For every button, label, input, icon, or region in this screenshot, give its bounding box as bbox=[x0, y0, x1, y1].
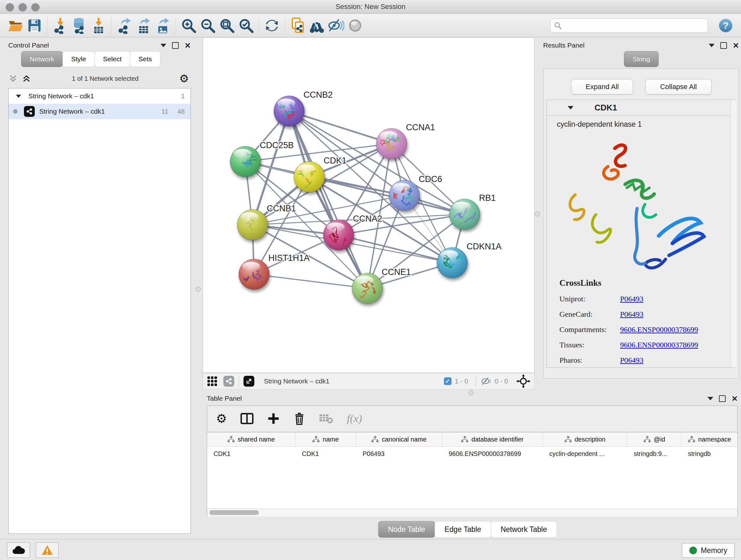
float-panel-icon[interactable] bbox=[172, 42, 179, 49]
splitter-handle[interactable] bbox=[196, 287, 201, 292]
panel-menu-icon[interactable] bbox=[709, 44, 715, 47]
column-header-name[interactable]: name bbox=[295, 432, 356, 446]
collapse-gene-icon[interactable] bbox=[568, 106, 574, 110]
crosslink-genecard-link[interactable]: P06493 bbox=[620, 310, 643, 319]
results-scrollbar[interactable] bbox=[731, 100, 736, 368]
network-node[interactable] bbox=[323, 220, 354, 250]
warnings-button[interactable] bbox=[36, 543, 59, 558]
network-node[interactable] bbox=[352, 273, 383, 304]
tab-sets[interactable]: Sets bbox=[130, 51, 160, 67]
memory-button[interactable]: Memory bbox=[682, 543, 735, 558]
export-image-icon[interactable] bbox=[153, 16, 172, 36]
search-box[interactable] bbox=[550, 18, 708, 33]
cell-shared-name[interactable]: CDK1 bbox=[207, 447, 295, 461]
crosslink-uniprot-link[interactable]: P06493 bbox=[620, 295, 643, 303]
show-hide-icon[interactable] bbox=[327, 16, 346, 36]
column-selector-icon[interactable] bbox=[240, 412, 254, 425]
expand-all-networks-icon[interactable] bbox=[8, 74, 18, 83]
cell-database-identifier[interactable]: 9606.ENSP00000378699 bbox=[442, 447, 543, 461]
detach-view-icon[interactable] bbox=[244, 376, 254, 387]
node-count: 11 bbox=[161, 108, 169, 115]
column-header-namespace[interactable]: namespace bbox=[682, 432, 738, 446]
network-node[interactable] bbox=[437, 247, 468, 278]
float-panel-icon[interactable] bbox=[719, 395, 726, 402]
table-row[interactable]: CDK1 CDK1 P06493 9606.ENSP00000378699 cy… bbox=[207, 447, 738, 461]
hidden-eye-icon[interactable] bbox=[481, 376, 491, 386]
cell-namespace[interactable]: stringdb bbox=[682, 447, 738, 461]
gene-section-header[interactable]: CDK1 bbox=[547, 100, 736, 116]
cell-canonical-name[interactable]: P06493 bbox=[356, 447, 442, 461]
network-collection-row[interactable]: String Network – cdk1 1 bbox=[9, 88, 191, 104]
control-panel-header: Control Panel ✕ bbox=[8, 40, 191, 51]
cell-name[interactable]: CDK1 bbox=[295, 447, 356, 461]
close-panel-icon[interactable]: ✕ bbox=[185, 43, 191, 48]
import-network-icon[interactable] bbox=[51, 16, 70, 36]
network-node[interactable] bbox=[239, 259, 269, 290]
network-canvas[interactable]: CCNB2CCNA1CDC25BCDK1CDC6RB1CCNB1CCNA2CDK… bbox=[203, 37, 535, 373]
tab-style[interactable]: Style bbox=[63, 51, 95, 67]
network-node[interactable] bbox=[294, 162, 325, 192]
crosslink-compartments-link[interactable]: 9606.ENSP00000378699 bbox=[620, 325, 698, 334]
import-database-icon[interactable] bbox=[70, 16, 89, 36]
column-header-description[interactable]: description bbox=[543, 432, 627, 446]
close-panel-icon[interactable]: ✕ bbox=[733, 43, 739, 48]
table-settings-gear-icon[interactable]: ⚙ bbox=[216, 412, 227, 426]
network-node[interactable] bbox=[449, 199, 480, 230]
pan-crosshair-icon[interactable] bbox=[516, 374, 530, 388]
network-row-selected[interactable]: String Network – cdk1 11 48 bbox=[9, 104, 191, 119]
grid-view-icon[interactable] bbox=[207, 376, 218, 387]
network-view-icon[interactable] bbox=[223, 376, 234, 387]
export-table-icon[interactable] bbox=[134, 16, 153, 36]
save-session-icon[interactable] bbox=[25, 16, 44, 36]
tab-select[interactable]: Select bbox=[94, 51, 130, 67]
toolbar-separator bbox=[111, 17, 112, 34]
cell-description[interactable]: cyclin-dependent ... bbox=[543, 447, 627, 461]
birdseye-icon[interactable] bbox=[307, 16, 327, 36]
selected-checkbox-icon[interactable]: ✓ bbox=[444, 377, 452, 385]
import-table-icon[interactable] bbox=[89, 16, 108, 36]
network-node[interactable] bbox=[237, 209, 268, 240]
add-column-icon[interactable] bbox=[267, 412, 280, 425]
search-input[interactable] bbox=[562, 21, 700, 29]
column-header-shared-name[interactable]: shared name bbox=[207, 432, 295, 446]
clone-network-icon[interactable] bbox=[288, 16, 307, 36]
table-horizontal-scrollbar[interactable] bbox=[207, 509, 737, 516]
delete-column-icon[interactable] bbox=[293, 412, 306, 425]
zoom-fit-icon[interactable] bbox=[217, 16, 237, 36]
network-node[interactable] bbox=[389, 180, 420, 211]
float-panel-icon[interactable] bbox=[720, 42, 727, 49]
zoom-in-icon[interactable] bbox=[179, 16, 198, 36]
tab-network[interactable]: Network bbox=[21, 51, 63, 67]
collapse-all-button[interactable]: Collapse All bbox=[645, 79, 712, 95]
tab-network-table[interactable]: Network Table bbox=[491, 521, 557, 538]
expand-all-button[interactable]: Expand All bbox=[571, 79, 633, 95]
collection-expand-icon[interactable] bbox=[16, 95, 21, 98]
column-header-database-identifier[interactable]: database identifier bbox=[442, 432, 543, 446]
cell-id[interactable]: stringdb:9... bbox=[627, 447, 682, 461]
help-icon[interactable]: ? bbox=[716, 16, 735, 36]
panel-menu-icon[interactable] bbox=[708, 397, 713, 400]
crosslink-tissues-link[interactable]: 9606.ENSP00000378699 bbox=[620, 341, 698, 349]
export-network-icon[interactable] bbox=[115, 16, 134, 36]
scrollbar-thumb[interactable] bbox=[209, 510, 259, 515]
panel-menu-icon[interactable] bbox=[160, 44, 166, 47]
tab-string[interactable]: String bbox=[624, 51, 659, 67]
splitter-handle[interactable] bbox=[535, 211, 540, 216]
zoom-out-icon[interactable] bbox=[198, 16, 217, 36]
network-node[interactable] bbox=[274, 96, 305, 126]
column-header-id[interactable]: @id bbox=[627, 432, 682, 446]
zoom-selected-icon[interactable] bbox=[237, 16, 256, 36]
network-canvas-svg[interactable]: CCNB2CCNA1CDC25BCDK1CDC6RB1CCNB1CCNA2CDK… bbox=[203, 38, 534, 373]
tab-node-table[interactable]: Node Table bbox=[378, 521, 435, 538]
open-session-icon[interactable] bbox=[6, 16, 25, 36]
network-node[interactable] bbox=[376, 128, 407, 159]
collapse-all-networks-icon[interactable] bbox=[22, 74, 31, 83]
refresh-layout-icon[interactable] bbox=[262, 16, 281, 36]
network-node[interactable] bbox=[230, 146, 261, 177]
cloud-button[interactable] bbox=[7, 543, 30, 558]
column-header-canonical-name[interactable]: canonical name bbox=[356, 432, 442, 446]
network-options-gear-icon[interactable]: ⚙ bbox=[179, 72, 189, 85]
tab-edge-table[interactable]: Edge Table bbox=[434, 521, 491, 538]
close-panel-icon[interactable]: ✕ bbox=[731, 396, 738, 401]
crosslink-pharos-link[interactable]: P06493 bbox=[620, 356, 643, 365]
